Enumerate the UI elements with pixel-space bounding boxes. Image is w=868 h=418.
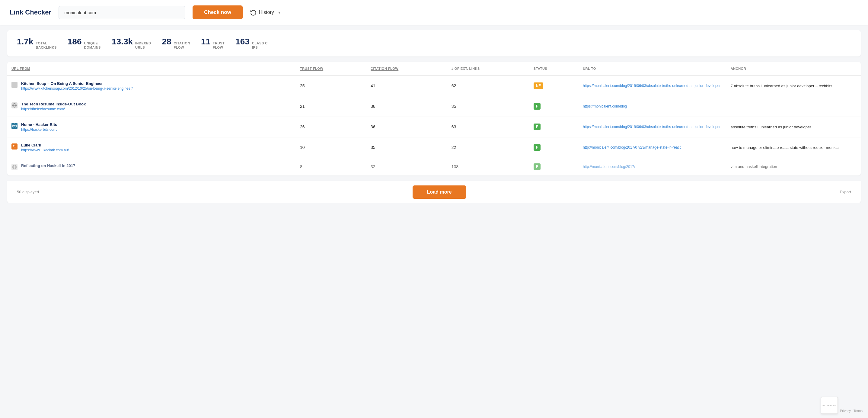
history-label: History [259, 10, 274, 15]
col-trust-flow: TRUST FLOW [296, 62, 366, 76]
citation-flow-value: 35 [366, 137, 447, 158]
site-name: Reflecting on Haskell in 2017 [21, 163, 75, 168]
col-url-to: URL TO [579, 62, 726, 76]
stat-item: 163CLASS CIPS [236, 37, 279, 50]
status-badge: F [534, 103, 540, 110]
stat-value: 11 [201, 37, 210, 47]
col-anchor: ANCHOR [726, 62, 861, 76]
history-icon [250, 9, 256, 16]
status-cell: F [529, 117, 579, 137]
stat-label: UNIQUEDOMAINS [84, 41, 101, 50]
anchor-cell: 7 absolute truths i unlearned as junior … [726, 76, 861, 96]
ext-links-value: 35 [447, 96, 529, 117]
table-row: Reflecting on Haskell in 2017832108Fhttp… [7, 158, 861, 176]
url-to-cell[interactable]: https://monicalent.com/blog/2019/06/03/a… [579, 117, 726, 137]
anchor-cell: vim and haskell integration [726, 158, 861, 176]
site-name: Luke Clark [21, 143, 69, 147]
stat-item: 186UNIQUEDOMAINS [68, 37, 112, 50]
table-header: URL FROM TRUST FLOW CITATION FLOW # OF E… [7, 62, 861, 76]
stat-item: 11TRUSTFLOW [201, 37, 236, 50]
url-from-cell: Reflecting on Haskell in 2017 [7, 158, 296, 176]
site-favicon [11, 164, 18, 170]
url-to-cell[interactable]: https://monicalent.com/blog [579, 96, 726, 117]
status-cell: F [529, 158, 579, 176]
trust-flow-value: 26 [296, 117, 366, 137]
site-name: Kitchen Soap – On Being A Senior Enginee… [21, 81, 133, 86]
table-row: lc.Luke Clarkhttps://www.lukeclark.com.a… [7, 137, 861, 158]
stat-label: TRUSTFLOW [213, 41, 224, 50]
site-url[interactable]: https://thetechresume.com/ [21, 107, 86, 111]
status-cell: F [529, 96, 579, 117]
col-citation-flow: CITATION FLOW [366, 62, 447, 76]
status-badge: NF [534, 83, 543, 89]
trust-flow-value: 25 [296, 76, 366, 96]
status-badge: F [534, 123, 540, 130]
table-section: URL FROM TRUST FLOW CITATION FLOW # OF E… [7, 62, 861, 176]
site-favicon: W [11, 123, 18, 129]
url-from-cell: The Tech Resume Inside-Out Bookhttps://t… [7, 96, 296, 117]
citation-flow-value: 41 [366, 76, 447, 96]
stat-value: 1.7k [17, 37, 33, 47]
stat-label: CITATIONFLOW [174, 41, 190, 50]
url-to-cell[interactable]: http://monicalent.com/blog/2017/ [579, 158, 726, 176]
stat-label: CLASS CIPS [252, 41, 268, 50]
status-cell: NF [529, 76, 579, 96]
site-favicon [11, 82, 18, 88]
app-title: Link Checker [10, 8, 51, 16]
header: Link Checker Check now History ▾ [0, 0, 868, 25]
displayed-count: 50 displayed [17, 190, 39, 194]
table-row: The Tech Resume Inside-Out Bookhttps://t… [7, 96, 861, 117]
table-row: Kitchen Soap – On Being A Senior Enginee… [7, 76, 861, 96]
citation-flow-value: 36 [366, 117, 447, 137]
history-button[interactable]: History ▾ [250, 9, 280, 16]
stat-label: INDEXEDURLS [135, 41, 151, 50]
stats-bar: 1.7kTOTALBACKLINKS186UNIQUEDOMAINS13.3kI… [7, 30, 861, 57]
url-from-cell: WHome - Hacker Bitshttps://hackerbits.co… [7, 117, 296, 137]
export-button[interactable]: Export [840, 190, 851, 194]
table-row: WHome - Hacker Bitshttps://hackerbits.co… [7, 117, 861, 137]
trust-flow-value: 10 [296, 137, 366, 158]
trust-flow-value: 8 [296, 158, 366, 176]
col-status: STATUS [529, 62, 579, 76]
anchor-cell: how to manage or eliminate react state w… [726, 137, 861, 158]
status-badge: F [534, 144, 540, 151]
site-favicon [11, 102, 18, 109]
status-badge: F [534, 163, 540, 170]
url-from-cell: Kitchen Soap – On Being A Senior Enginee… [7, 76, 296, 96]
site-url[interactable]: https://hackerbits.com/ [21, 127, 57, 132]
stat-value: 163 [236, 37, 250, 47]
backlinks-table: URL FROM TRUST FLOW CITATION FLOW # OF E… [7, 62, 861, 176]
chevron-down-icon: ▾ [278, 10, 280, 15]
svg-text:W: W [13, 125, 16, 127]
ext-links-value: 22 [447, 137, 529, 158]
citation-flow-value: 36 [366, 96, 447, 117]
ext-links-value: 108 [447, 158, 529, 176]
trust-flow-value: 21 [296, 96, 366, 117]
stat-value: 186 [68, 37, 82, 47]
ext-links-value: 62 [447, 76, 529, 96]
col-ext-links: # OF EXT. LINKS [447, 62, 529, 76]
ext-links-value: 63 [447, 117, 529, 137]
url-input[interactable] [59, 6, 185, 19]
url-from-cell: lc.Luke Clarkhttps://www.lukeclark.com.a… [7, 137, 296, 158]
site-favicon: lc. [11, 144, 18, 149]
check-now-button[interactable]: Check now [192, 5, 243, 19]
load-more-button[interactable]: Load more [412, 185, 466, 199]
status-cell: F [529, 137, 579, 158]
citation-flow-value: 32 [366, 158, 447, 176]
stat-item: 1.7kTOTALBACKLINKS [17, 37, 68, 50]
stat-value: 28 [162, 37, 171, 47]
anchor-cell: absolute truths i unlearned as junior de… [726, 117, 861, 137]
site-url[interactable]: https://www.lukeclark.com.au/ [21, 148, 69, 152]
url-to-cell[interactable]: https://monicalent.com/blog/2019/06/03/a… [579, 76, 726, 96]
site-name: The Tech Resume Inside-Out Book [21, 102, 86, 106]
site-url[interactable]: https://www.kitchensoap.com/2012/10/25/o… [21, 86, 133, 91]
stat-item: 28CITATIONFLOW [162, 37, 201, 50]
table-footer: 50 displayed Load more Export [7, 181, 861, 203]
table-body: Kitchen Soap – On Being A Senior Enginee… [7, 76, 861, 176]
url-to-cell[interactable]: http://monicalent.com/blog/2017/07/23/ma… [579, 137, 726, 158]
stat-label: TOTALBACKLINKS [36, 41, 57, 50]
stat-value: 13.3k [112, 37, 133, 47]
stat-item: 13.3kINDEXEDURLS [112, 37, 162, 50]
anchor-cell [726, 96, 861, 117]
